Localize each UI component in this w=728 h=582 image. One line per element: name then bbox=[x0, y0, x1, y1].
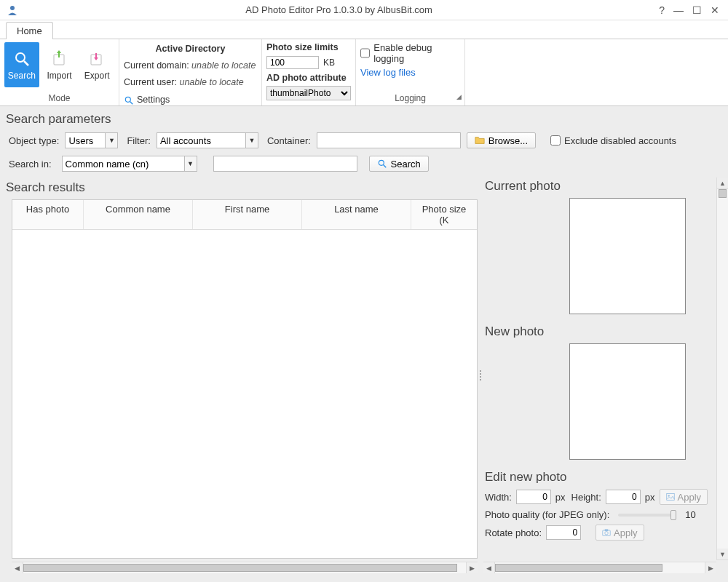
photo-hscrollbar[interactable]: ◀ ▶ bbox=[483, 562, 716, 573]
window-title: AD Photo Editor Pro 1.0.3.0 by AlbusBit.… bbox=[19, 4, 659, 15]
search-btn-icon bbox=[377, 159, 387, 169]
photo-attr-select[interactable]: thumbnailPhoto bbox=[266, 86, 351, 100]
height-input[interactable] bbox=[606, 490, 641, 504]
search-small-icon bbox=[124, 95, 134, 105]
svg-line-6 bbox=[130, 101, 133, 104]
container-input[interactable] bbox=[317, 132, 461, 148]
close-icon[interactable]: ✕ bbox=[711, 4, 719, 16]
search-button[interactable]: Search bbox=[369, 156, 429, 172]
quality-slider[interactable] bbox=[618, 514, 676, 517]
search-in-label: Search in: bbox=[9, 159, 52, 170]
width-label: Width: bbox=[485, 492, 512, 503]
filter-select[interactable] bbox=[157, 132, 245, 148]
exclude-disabled-label: Exclude disabled accounts bbox=[564, 135, 676, 146]
svg-point-0 bbox=[10, 6, 15, 10]
picture-icon bbox=[666, 493, 675, 501]
results-body bbox=[12, 230, 477, 558]
current-photo-box bbox=[569, 198, 686, 314]
apply-rotate-label: Apply bbox=[614, 527, 638, 538]
view-log-link[interactable]: View log files bbox=[360, 67, 416, 78]
photo-scroll-left-icon[interactable]: ◀ bbox=[483, 562, 495, 573]
height-unit: px bbox=[645, 492, 655, 503]
scroll-down-icon[interactable]: ▼ bbox=[717, 549, 728, 560]
object-type-select[interactable] bbox=[65, 132, 105, 148]
quality-label: Photo quality (for JPEG only): bbox=[485, 509, 609, 520]
splitter-handle[interactable] bbox=[478, 178, 483, 573]
scroll-right-icon[interactable]: ▶ bbox=[466, 562, 478, 573]
apply-size-label: Apply bbox=[678, 492, 702, 503]
export-icon bbox=[87, 49, 106, 68]
search-text-input[interactable] bbox=[213, 156, 357, 172]
filter-dd-icon[interactable]: ▼ bbox=[245, 132, 258, 148]
quality-value: 10 bbox=[685, 509, 695, 520]
export-mode-button[interactable]: Export bbox=[79, 42, 114, 87]
photo-size-input[interactable] bbox=[266, 56, 319, 69]
apply-rotate-button[interactable]: Apply bbox=[596, 525, 644, 541]
current-photo-heading: Current photo bbox=[485, 179, 716, 194]
minimize-icon[interactable]: — bbox=[673, 4, 684, 16]
user-label: Current user: bbox=[124, 77, 177, 87]
settings-label: Settings bbox=[137, 93, 170, 107]
app-icon bbox=[6, 4, 19, 17]
svg-rect-13 bbox=[605, 530, 609, 531]
col-has-photo[interactable]: Has photo bbox=[12, 200, 84, 229]
search-in-dd-icon[interactable]: ▼ bbox=[184, 156, 197, 172]
mode-group-label: Mode bbox=[48, 93, 70, 103]
photo-vscrollbar[interactable]: ▲ ▼ bbox=[716, 178, 728, 560]
search-in-select[interactable] bbox=[62, 156, 184, 172]
col-first-name[interactable]: First name bbox=[193, 200, 302, 229]
col-photo-size[interactable]: Photo size (K bbox=[411, 200, 477, 229]
width-unit: px bbox=[555, 492, 566, 503]
import-mode-label: Import bbox=[47, 71, 72, 81]
photo-size-unit: KB bbox=[323, 57, 335, 68]
apply-size-button[interactable]: Apply bbox=[660, 489, 708, 505]
results-grid[interactable]: Has photo Common name First name Last na… bbox=[12, 199, 478, 559]
edit-photo-heading: Edit new photo bbox=[485, 470, 716, 485]
ribbon-tabs: Home bbox=[0, 20, 728, 39]
enable-debug-checkbox[interactable]: Enable debug logging bbox=[360, 42, 460, 64]
import-icon bbox=[50, 49, 69, 68]
width-input[interactable] bbox=[516, 490, 551, 504]
import-mode-button[interactable]: Import bbox=[42, 42, 77, 87]
photo-limits-heading: Photo size limits bbox=[266, 42, 339, 52]
photo-attr-heading: AD photo attribute bbox=[266, 73, 347, 83]
col-last-name[interactable]: Last name bbox=[302, 200, 411, 229]
container-label: Container: bbox=[267, 135, 311, 146]
object-type-dd-icon[interactable]: ▼ bbox=[105, 132, 118, 148]
title-bar: AD Photo Editor Pro 1.0.3.0 by AlbusBit.… bbox=[0, 0, 728, 20]
exclude-disabled-checkbox[interactable]: Exclude disabled accounts bbox=[550, 135, 676, 146]
col-common-name[interactable]: Common name bbox=[84, 200, 193, 229]
logging-launcher-icon[interactable]: ◢ bbox=[456, 93, 462, 100]
scroll-left-icon[interactable]: ◀ bbox=[12, 562, 23, 573]
new-photo-heading: New photo bbox=[485, 324, 716, 339]
search-mode-button[interactable]: Search bbox=[4, 42, 39, 87]
results-hscrollbar[interactable]: ◀ ▶ bbox=[12, 562, 478, 573]
svg-point-10 bbox=[668, 495, 669, 496]
svg-point-12 bbox=[605, 532, 609, 535]
export-mode-label: Export bbox=[84, 71, 110, 81]
svg-point-7 bbox=[379, 160, 384, 165]
connection-heading: Active Directory bbox=[124, 42, 257, 56]
logging-group-label: Logging bbox=[395, 93, 426, 103]
browse-label: Browse... bbox=[488, 135, 528, 146]
browse-button[interactable]: Browse... bbox=[467, 132, 536, 148]
new-photo-box bbox=[569, 343, 686, 460]
tab-home[interactable]: Home bbox=[6, 22, 53, 39]
ribbon: Search Import Export Mode Active Directo… bbox=[0, 39, 728, 106]
rotate-label: Rotate photo: bbox=[485, 527, 542, 538]
svg-point-1 bbox=[16, 53, 25, 62]
maximize-icon[interactable]: ☐ bbox=[692, 4, 702, 16]
help-icon[interactable]: ? bbox=[659, 4, 665, 16]
domain-value: unable to locate bbox=[191, 60, 256, 71]
settings-button[interactable]: Settings bbox=[124, 93, 170, 107]
rotate-input[interactable] bbox=[546, 525, 581, 540]
svg-point-5 bbox=[125, 97, 130, 102]
scroll-up-icon[interactable]: ▲ bbox=[717, 178, 728, 189]
camera-icon bbox=[602, 528, 611, 537]
enable-debug-label: Enable debug logging bbox=[373, 42, 460, 64]
search-results-title: Search results bbox=[3, 178, 478, 198]
object-type-label: Object type: bbox=[9, 135, 59, 146]
photo-scroll-right-icon[interactable]: ▶ bbox=[705, 562, 716, 573]
search-params-title: Search parameters bbox=[0, 106, 728, 129]
folder-icon bbox=[475, 135, 485, 146]
